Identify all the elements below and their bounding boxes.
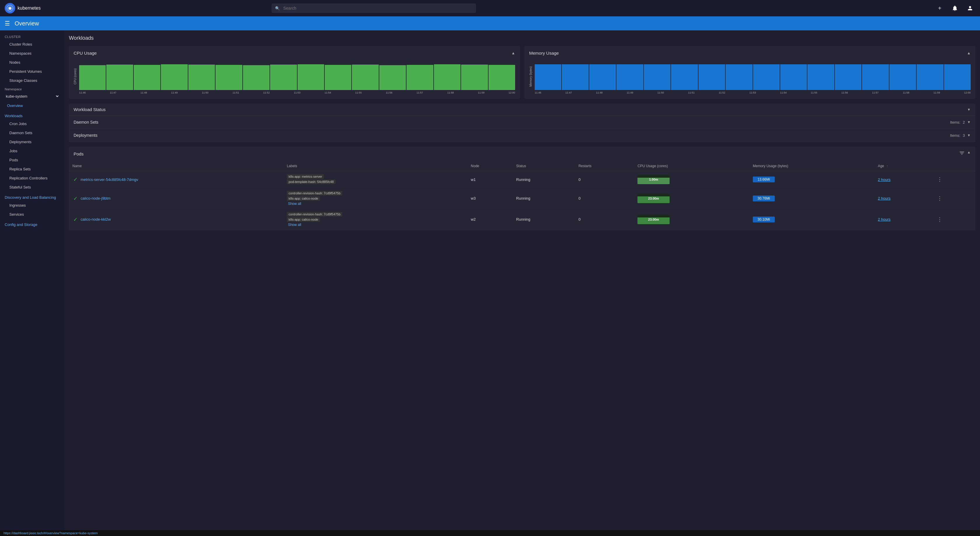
sidebar-item-replication-controllers[interactable]: Replication Controllers <box>0 174 64 183</box>
sidebar-label-stateful-sets: Stateful Sets <box>10 185 31 189</box>
deployments-label: Deployments <box>73 133 97 138</box>
cpu-value-1: 23.00m <box>648 197 659 200</box>
row-menu-button-0[interactable]: ⋮ <box>936 175 943 184</box>
namespace-label: Namespace <box>0 85 64 91</box>
pod-name-link-1[interactable]: calico-node-j9btm <box>81 196 111 201</box>
sidebar-item-stateful-sets[interactable]: Stateful Sets <box>0 183 64 192</box>
sidebar-workloads-section[interactable]: Workloads <box>0 110 64 119</box>
sidebar-item-deployments[interactable]: Deployments <box>0 137 64 147</box>
workload-status-collapse[interactable]: ▼ <box>967 108 970 112</box>
notifications-button[interactable] <box>950 3 960 13</box>
sidebar-item-replica-sets[interactable]: Replica Sets <box>0 164 64 174</box>
cpu-x-label-8: 11:54 <box>325 91 331 94</box>
charts-row: CPU Usage ▲ CPU (cores) 11:4611:4711:481… <box>69 46 975 99</box>
cpu-bar-5 <box>215 65 242 90</box>
pod-label-2-0: controller-revision-hash: 7cd9f5475b <box>287 212 342 217</box>
memory-x-label-0: 11:46 <box>535 91 541 94</box>
search-input[interactable] <box>272 3 476 13</box>
pod-label-1-0: controller-revision-hash: 7cd9f5475b <box>287 191 342 196</box>
pod-name-link-2[interactable]: calico-node-kkl2w <box>81 217 111 222</box>
table-row: ✓ calico-node-kkl2w controller-revision-… <box>69 209 975 230</box>
menu-icon[interactable]: ☰ <box>5 20 10 27</box>
memory-x-label-12: 11:58 <box>903 91 909 94</box>
row-menu-button-2[interactable]: ⋮ <box>936 215 943 224</box>
pod-cpu-cell-0: 1.00m <box>634 171 749 188</box>
namespace-dropdown[interactable]: kube-system default <box>5 94 60 99</box>
pods-collapse-button[interactable]: ▲ <box>967 150 970 158</box>
pod-age-cell-2: 2 hours <box>874 209 932 230</box>
memory-bar-11 <box>835 64 861 90</box>
namespace-selector[interactable]: kube-system default <box>0 91 64 101</box>
pod-labels-cell-1: controller-revision-hash: 7cd9f5475bk8s-… <box>283 188 467 209</box>
memory-x-label-8: 11:54 <box>780 91 787 94</box>
sidebar: Cluster Cluster Roles Namespaces Nodes P… <box>0 30 64 530</box>
age-link-2[interactable]: 2 hours <box>878 217 890 222</box>
age-link-0[interactable]: 2 hours <box>878 177 890 182</box>
sidebar-item-ingresses[interactable]: Ingresses <box>0 201 64 210</box>
search-bar[interactable]: 🔍 <box>272 3 476 13</box>
memory-bar-12 <box>862 64 889 90</box>
sidebar-item-persistent-volumes[interactable]: Persistent Volumes <box>0 67 64 76</box>
pod-name-container-1: ✓ calico-node-j9btm <box>72 196 280 201</box>
sidebar-item-daemon-sets[interactable]: Daemon Sets <box>0 128 64 137</box>
cpu-x-label-0: 11:46 <box>79 91 86 94</box>
memory-x-label-5: 11:51 <box>688 91 695 94</box>
memory-bar-15 <box>944 64 970 90</box>
cpu-chart-collapse[interactable]: ▲ <box>511 51 515 55</box>
cpu-x-labels: 11:4611:4711:4811:4911:5011:5111:5211:53… <box>79 91 515 94</box>
sidebar-item-namespaces[interactable]: Namespaces <box>0 49 64 58</box>
logo[interactable]: kubernetes <box>5 3 41 13</box>
cpu-bar-13 <box>434 64 460 90</box>
overview-title: Overview <box>14 20 39 27</box>
cpu-x-label-10: 11:56 <box>386 91 393 94</box>
sidebar-label-overview: Overview <box>7 104 23 108</box>
show-all-link-1[interactable]: Show all <box>288 202 301 206</box>
pods-header: Pods ▲ <box>69 147 975 161</box>
pods-filter-button[interactable] <box>959 150 965 158</box>
memory-x-label-6: 11:52 <box>719 91 725 94</box>
cpu-mini-chart-2: 23.00m <box>638 215 670 224</box>
memory-bars-area: 11:4611:4711:4811:4911:5011:5111:5211:53… <box>535 60 970 94</box>
sidebar-item-storage-classes[interactable]: Storage Classes <box>0 76 64 85</box>
cpu-value-0: 1.00m <box>649 178 658 181</box>
daemon-sets-items-count: 2 <box>963 120 965 124</box>
row-menu-button-1[interactable]: ⋮ <box>936 194 943 203</box>
deployments-chevron: ▼ <box>967 133 970 137</box>
sidebar-label-replica-sets: Replica Sets <box>10 167 31 171</box>
sidebar-item-cron-jobs[interactable]: Cron Jobs <box>0 119 64 128</box>
cpu-bar-1 <box>106 65 133 90</box>
deployments-status-row[interactable]: Deployments Items: 3 ▼ <box>69 129 975 142</box>
sidebar-item-jobs[interactable]: Jobs <box>0 147 64 155</box>
pod-status-cell-0: Running <box>513 171 575 188</box>
add-button[interactable]: + <box>934 3 945 13</box>
cpu-bars <box>79 61 515 90</box>
th-labels: Labels <box>283 161 467 171</box>
age-link-1[interactable]: 2 hours <box>878 196 890 201</box>
sidebar-item-nodes[interactable]: Nodes <box>0 58 64 67</box>
sidebar-item-overview[interactable]: Overview <box>0 101 64 110</box>
pod-name-link-0[interactable]: metrics-server-54c885fc48-7dmgv <box>81 177 138 182</box>
memory-chip-0: 13.66Mi <box>753 177 775 182</box>
memory-bar-4 <box>644 64 670 90</box>
sidebar-item-services[interactable]: Services <box>0 210 64 219</box>
show-all-link-2[interactable]: Show all <box>288 223 301 227</box>
sidebar-item-cluster-roles[interactable]: Cluster Roles <box>0 40 64 49</box>
sidebar-item-pods[interactable]: Pods <box>0 155 64 164</box>
memory-x-label-14: 12:00 <box>964 91 970 94</box>
cpu-chart-card: CPU Usage ▲ CPU (cores) 11:4611:4711:481… <box>69 46 520 99</box>
sidebar-discovery-section[interactable]: Discovery and Load Balancing <box>0 192 64 201</box>
sidebar-label-pods: Pods <box>10 158 18 162</box>
memory-chip-1: 30.76Mi <box>753 196 775 201</box>
sidebar-label-services: Services <box>10 212 24 217</box>
memory-chart-collapse[interactable]: ▲ <box>967 51 970 55</box>
daemon-sets-status-row[interactable]: Daemon Sets Items: 2 ▼ <box>69 116 975 129</box>
age-sort-icon[interactable]: ↑ <box>886 164 888 168</box>
cpu-mini-chart-0: 1.00m <box>638 175 670 184</box>
cpu-x-label-5: 11:51 <box>232 91 239 94</box>
pod-name-container-2: ✓ calico-node-kkl2w <box>72 217 280 222</box>
account-button[interactable] <box>965 3 975 13</box>
memory-bar-3 <box>616 64 643 90</box>
memory-bar-0 <box>535 64 561 90</box>
sidebar-config-section[interactable]: Config and Storage <box>0 219 64 228</box>
topbar-actions: + <box>934 3 975 13</box>
